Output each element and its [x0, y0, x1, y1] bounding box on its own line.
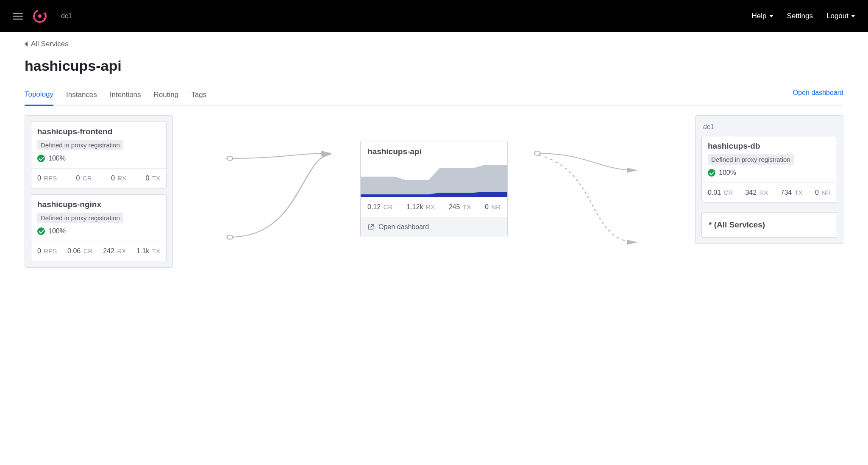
menu-icon[interactable] [13, 11, 23, 22]
breadcrumb[interactable]: All Services [25, 40, 843, 48]
svg-point-2 [43, 13, 45, 14]
upstream-datacenter-label: dc1 [703, 123, 837, 131]
proxy-pill: Defined in proxy registration [37, 213, 123, 223]
traffic-chart [361, 161, 507, 197]
center-title: hashicups-api [361, 141, 507, 161]
proxy-pill: Defined in proxy registration [708, 154, 794, 165]
svg-point-7 [227, 235, 233, 239]
breadcrumb-label: All Services [31, 40, 69, 48]
tab-instances[interactable]: Instances [66, 86, 97, 105]
open-dashboard-button[interactable]: Open dashboard [361, 217, 507, 237]
datacenter-label[interactable]: dc1 [61, 12, 72, 20]
tab-intentions[interactable]: Intentions [110, 86, 141, 105]
stat: 0 RPS [37, 174, 57, 182]
card-title: * (All Services) [709, 220, 830, 230]
stat: 1.1k TX [136, 247, 160, 255]
chevron-down-icon [851, 15, 855, 17]
stat: 0 TX [145, 174, 160, 182]
stat: 0.12 CR [367, 203, 392, 211]
stat: 0 NR [485, 203, 501, 211]
service-card-nginx[interactable]: hashicups-nginx Defined in proxy registr… [31, 194, 167, 261]
tab-routing[interactable]: Routing [154, 86, 179, 105]
downstream-column: hashicups-frontend Defined in proxy regi… [25, 115, 173, 268]
card-title: hashicups-frontend [37, 127, 160, 136]
health-value: 100% [48, 227, 66, 235]
tabs: Topology Instances Intentions Routing Ta… [25, 86, 843, 106]
stat: 0.01 CR [708, 189, 733, 197]
stat: 0 RPS [37, 247, 57, 255]
health-check-icon [37, 155, 45, 162]
svg-point-5 [43, 18, 45, 19]
health-check-icon [37, 227, 45, 235]
stat: 0 RX [111, 174, 126, 182]
open-dashboard-link[interactable]: Open dashboard [793, 89, 843, 102]
proxy-pill: Defined in proxy registration [37, 140, 123, 150]
logout-menu[interactable]: Logout [826, 12, 855, 20]
svg-point-4 [45, 16, 46, 17]
tab-tags[interactable]: Tags [191, 86, 206, 105]
card-title: hashicups-db [708, 141, 831, 151]
service-card-frontend[interactable]: hashicups-frontend Defined in proxy regi… [31, 122, 167, 188]
svg-point-8 [534, 151, 540, 155]
stat: 0.06 CR [67, 247, 92, 255]
service-card-db[interactable]: hashicups-db Defined in proxy registrati… [701, 136, 837, 203]
topology-canvas: hashicups-frontend Defined in proxy regi… [25, 115, 843, 285]
upstream-column: dc1 hashicups-db Defined in proxy regist… [695, 115, 843, 244]
page-title: hashicups-api [25, 58, 843, 74]
health-value: 100% [48, 155, 66, 162]
stat: 0 CR [76, 174, 92, 182]
svg-point-1 [38, 14, 42, 18]
settings-link[interactable]: Settings [787, 12, 813, 20]
stat: 242 RX [103, 247, 126, 255]
svg-point-3 [45, 14, 46, 16]
help-menu[interactable]: Help [752, 12, 773, 20]
stat: 734 TX [781, 189, 803, 197]
center-service-card: hashicups-api 0.12 CR 1.12k RX 245 TX 0 … [360, 141, 508, 237]
service-card-all-services[interactable]: * (All Services) [701, 212, 837, 238]
stat: 0 NR [815, 189, 831, 197]
health-value: 100% [719, 169, 736, 177]
tab-topology[interactable]: Topology [25, 86, 53, 106]
stat: 245 TX [449, 203, 471, 211]
topbar: dc1 Help Settings Logout [0, 0, 868, 32]
chevron-down-icon [769, 15, 773, 17]
consul-logo-icon [32, 8, 47, 24]
stat: 342 RX [745, 189, 768, 197]
external-link-icon [367, 224, 374, 230]
card-title: hashicups-nginx [37, 200, 160, 209]
stat: 1.12k RX [406, 203, 434, 211]
chevron-left-icon [25, 42, 28, 47]
svg-point-6 [227, 156, 233, 161]
health-check-icon [708, 169, 715, 177]
